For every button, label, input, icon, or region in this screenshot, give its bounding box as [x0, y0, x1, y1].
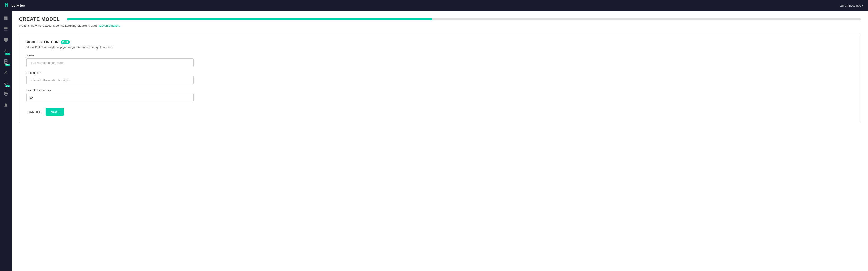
- page-subtitle: Want to know more about Machine Learning…: [19, 24, 861, 27]
- main-layout: NEW NEW NEW: [0, 11, 868, 271]
- cancel-button[interactable]: CANCEL: [26, 108, 42, 116]
- name-input[interactable]: [26, 58, 194, 67]
- progress-bar-fill: [67, 18, 432, 20]
- svg-rect-10: [5, 41, 7, 41]
- svg-rect-6: [4, 29, 8, 29]
- svg-point-27: [4, 73, 5, 74]
- devices-icon: [4, 27, 8, 31]
- sidebar-item-network[interactable]: [1, 90, 10, 99]
- svg-rect-8: [4, 31, 8, 31]
- logo-text: pybytes: [11, 3, 25, 7]
- next-button[interactable]: NEXT: [46, 108, 64, 116]
- device-detail-icon: [4, 37, 8, 42]
- svg-rect-20: [5, 61, 7, 61]
- integrations-icon: [4, 70, 8, 74]
- svg-point-26: [7, 71, 7, 71]
- svg-rect-4: [4, 27, 8, 28]
- navbar-user[interactable]: aline@pycom.io ▾: [840, 4, 864, 7]
- svg-rect-5: [4, 28, 8, 29]
- sidebar-item-ml-models[interactable]: NEW: [1, 46, 10, 55]
- sample-frequency-label: Sample Frequency: [26, 88, 853, 92]
- svg-point-12: [5, 49, 6, 51]
- navbar: pybytes aline@pycom.io ▾: [0, 0, 868, 11]
- svg-rect-21: [5, 61, 7, 62]
- description-label: Description: [26, 71, 853, 74]
- code-icon: [4, 81, 8, 86]
- content: Create Model Want to know more about Mac…: [12, 11, 868, 271]
- subtitle-text: Want to know more about Machine Learning…: [19, 24, 98, 27]
- section-description: Model Definition might help you or your …: [26, 46, 853, 49]
- navbar-logo: pybytes: [4, 2, 25, 9]
- ml-models-icon: [4, 49, 8, 53]
- description-form-group: Description: [26, 71, 853, 84]
- ml-new-badge: NEW: [5, 53, 10, 55]
- svg-point-13: [4, 51, 5, 52]
- svg-point-28: [7, 73, 7, 74]
- name-label: Name: [26, 54, 853, 57]
- page-container: Create Model Want to know more about Mac…: [12, 11, 868, 128]
- beta-badge: BETA: [61, 40, 70, 44]
- sidebar-item-dashboard[interactable]: [1, 13, 10, 23]
- chevron-down-icon: ▾: [862, 4, 864, 7]
- svg-rect-1: [6, 17, 8, 18]
- svg-line-16: [4, 51, 6, 51]
- user-email: aline@pycom.io: [840, 4, 861, 7]
- code-new-badge: NEW: [5, 85, 10, 87]
- logo-icon: [4, 2, 9, 9]
- svg-point-14: [5, 51, 6, 52]
- progress-bar-container: [67, 18, 861, 20]
- page-header: Create Model: [19, 16, 861, 22]
- reports-icon: [4, 59, 8, 64]
- name-form-group: Name: [26, 54, 853, 67]
- svg-point-33: [5, 103, 7, 105]
- dashboard-icon: [4, 16, 8, 20]
- reports-new-badge: NEW: [5, 64, 10, 66]
- svg-rect-0: [4, 17, 6, 18]
- account-icon: [4, 103, 8, 107]
- section-title: Model Definition: [26, 40, 59, 44]
- sidebar-item-devices[interactable]: [1, 24, 10, 33]
- documentation-link[interactable]: Documentation.: [99, 24, 120, 27]
- svg-rect-11: [5, 41, 7, 42]
- section-header: Model Definition BETA: [26, 40, 853, 44]
- page-title: Create Model: [19, 16, 60, 22]
- svg-rect-9: [4, 38, 8, 41]
- svg-rect-2: [4, 18, 6, 20]
- svg-rect-7: [4, 30, 8, 30]
- sidebar-item-account[interactable]: [1, 100, 10, 110]
- svg-line-29: [5, 82, 6, 85]
- sidebar-item-integrations[interactable]: [1, 68, 10, 77]
- button-group: CANCEL NEXT: [26, 108, 853, 116]
- svg-line-18: [6, 51, 7, 51]
- svg-point-15: [7, 51, 7, 52]
- sample-frequency-form-group: Sample Frequency: [26, 88, 853, 102]
- sample-frequency-input[interactable]: [26, 93, 194, 102]
- description-input[interactable]: [26, 76, 194, 84]
- svg-point-25: [4, 71, 5, 71]
- form-card: Model Definition BETA Model Definition m…: [19, 34, 861, 123]
- sidebar: NEW NEW NEW: [0, 11, 12, 271]
- sidebar-item-code[interactable]: NEW: [1, 79, 10, 88]
- svg-rect-3: [6, 18, 8, 20]
- sidebar-item-device-detail[interactable]: [1, 35, 10, 44]
- network-icon: [4, 92, 8, 96]
- sidebar-item-reports[interactable]: NEW: [1, 57, 10, 66]
